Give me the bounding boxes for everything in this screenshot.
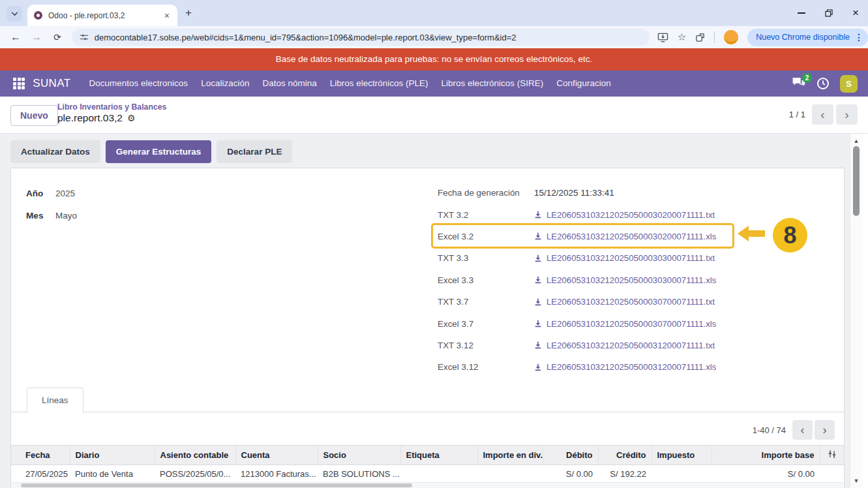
nav-menu-item[interactable]: Configuracion: [550, 70, 617, 97]
file-label: TXT 3.3: [438, 253, 534, 263]
column-header[interactable]: Asiento contable: [155, 446, 235, 465]
column-options-button[interactable]: [820, 446, 844, 465]
gear-icon[interactable]: ⚙: [127, 113, 136, 123]
control-panel: Nuevo Libro Inventarios y Balances ple.r…: [0, 97, 868, 134]
new-tab-button[interactable]: +: [185, 7, 192, 20]
breadcrumb-parent[interactable]: Libro Inventarios y Balances: [57, 102, 166, 112]
extensions-icon[interactable]: [695, 33, 705, 42]
profile-avatar[interactable]: [724, 30, 738, 44]
file-download-link[interactable]: LE2060531032120250500030300071111.xls: [534, 275, 716, 285]
address-bar[interactable]: democontable17.solse.pe/web#cids=1&menu_…: [72, 29, 650, 46]
new-record-button[interactable]: Nuevo: [10, 105, 58, 126]
generation-fields: Fecha de generación 15/12/2025 11:33:41 …: [431, 182, 743, 378]
breadcrumb: Libro Inventarios y Balances ple.report.…: [57, 102, 166, 124]
tab-search-button[interactable]: [7, 6, 22, 22]
horizontal-scrollbar[interactable]: [12, 483, 843, 488]
column-header[interactable]: Crédito: [598, 446, 651, 465]
column-header[interactable]: Débito: [543, 446, 598, 465]
pager-next-button[interactable]: ›: [836, 104, 858, 125]
bookmark-star-icon[interactable]: ☆: [678, 31, 686, 43]
column-header[interactable]: Importe en div...: [477, 446, 543, 465]
nav-menu-item[interactable]: Documentos electronicos: [83, 70, 195, 97]
browser-tab[interactable]: Odoo - ple.report.03,2 ×: [27, 5, 177, 26]
column-header[interactable]: Fecha: [11, 446, 70, 465]
nav-menu-item[interactable]: Libros electrónicos (SIRE): [435, 70, 550, 97]
browser-tabstrip: Odoo - ple.report.03,2 × + ×: [0, 0, 868, 26]
year-label: Año: [26, 189, 55, 198]
column-header[interactable]: Impuesto: [651, 446, 711, 465]
url-text: democontable17.solse.pe/web#cids=1&menu_…: [95, 33, 516, 42]
table-cell: S/ 0.00: [543, 465, 598, 483]
file-download-link[interactable]: LE2060531032120250500031200071111.txt: [534, 341, 715, 350]
file-name: LE2060531032120250500030700071111.txt: [546, 297, 715, 307]
column-header[interactable]: Cuenta: [235, 446, 318, 465]
year-value[interactable]: 2025: [55, 189, 75, 198]
activities-clock-icon[interactable]: [816, 77, 830, 90]
lines-next-button[interactable]: ›: [815, 420, 835, 440]
form-view: Actualizar Datos Generar Estructuras Dec…: [0, 134, 868, 488]
table-cell: B2B SOLUTIONS ...: [318, 465, 400, 483]
file-name: LE2060531032120250500030300071111.txt: [546, 253, 715, 263]
user-avatar[interactable]: S: [840, 75, 858, 93]
app-brand[interactable]: SUNAT: [33, 77, 70, 90]
column-header[interactable]: Importe base: [711, 446, 820, 465]
file-name: LE2060531032120250500030300071111.xls: [546, 275, 716, 285]
declarar-ple-button[interactable]: Declarar PLE: [217, 140, 292, 163]
adjust-columns-icon: [828, 450, 837, 459]
column-header[interactable]: Socio: [318, 446, 400, 465]
messages-button[interactable]: 2: [792, 77, 806, 91]
vertical-scrollbar-thumb[interactable]: [853, 146, 860, 216]
neutralized-db-banner: Base de datos neutralizada para pruebas:…: [0, 48, 868, 70]
lines-previous-button[interactable]: ‹: [792, 420, 813, 440]
install-icon[interactable]: [657, 33, 668, 42]
apps-grid-icon[interactable]: [13, 78, 25, 89]
file-download-link[interactable]: LE2060531032120250500030200071111.txt: [534, 210, 715, 220]
download-icon: [534, 254, 542, 262]
file-download-link[interactable]: LE2060531032120250500030700071111.txt: [534, 297, 715, 307]
minimize-icon[interactable]: [798, 12, 805, 14]
month-value[interactable]: Mayo: [55, 211, 77, 221]
reload-icon[interactable]: ⟳: [53, 32, 61, 42]
download-icon: [534, 341, 542, 349]
file-label: TXT 3.2: [438, 210, 534, 220]
file-row: Excel 3.3 LE2060531032120250500030300071…: [431, 269, 743, 291]
nav-menu-item[interactable]: Localización: [194, 70, 256, 97]
forward-icon[interactable]: →: [31, 31, 42, 43]
nav-menu-item[interactable]: Datos nómina: [256, 70, 323, 97]
scroll-down-icon[interactable]: ▼: [850, 478, 862, 484]
download-icon: [534, 363, 542, 371]
table-cell: [400, 465, 477, 483]
tab-close-icon[interactable]: ×: [163, 10, 171, 21]
site-settings-icon[interactable]: [80, 33, 89, 42]
odoo-favicon: [34, 11, 42, 20]
file-row: TXT 3.3 LE206053103212025050003030007111…: [431, 247, 743, 269]
column-header[interactable]: Diario: [70, 446, 155, 465]
pager-count: 1 / 1: [789, 110, 805, 119]
horizontal-scrollbar-thumb[interactable]: [21, 483, 412, 487]
tab-lineas[interactable]: Líneas: [27, 388, 83, 413]
file-download-link[interactable]: LE2060531032120250500030700071111.xls: [534, 319, 716, 329]
scroll-up-icon[interactable]: ▲: [850, 138, 862, 144]
nav-menu-item-label: Configuracion: [556, 78, 610, 88]
lines-table: FechaDiarioAsiento contableCuentaSocioEt…: [11, 445, 844, 483]
restore-icon[interactable]: [825, 9, 833, 17]
download-icon: [534, 320, 542, 328]
back-icon[interactable]: ←: [10, 31, 21, 43]
table-row[interactable]: 27/05/2025Punto de VentaPOSS/2025/05/0..…: [11, 465, 844, 483]
actualizar-datos-button[interactable]: Actualizar Datos: [10, 140, 100, 163]
chrome-update-button[interactable]: Nuevo Chrome disponible ⋮: [747, 29, 868, 46]
file-download-link[interactable]: LE2060531032120250500031200071111.xls: [534, 362, 716, 372]
generar-estructuras-button[interactable]: Generar Estructuras: [106, 140, 212, 163]
vertical-scrollbar[interactable]: ▲ ▼: [850, 134, 862, 488]
pager-previous-button[interactable]: ‹: [812, 104, 833, 125]
record-pager: 1 / 1 ‹ ›: [789, 104, 858, 125]
nav-menu-item[interactable]: Libros electrónicos (PLE): [323, 70, 435, 97]
table-cell: [477, 465, 543, 483]
close-icon[interactable]: ×: [852, 8, 859, 18]
lines-pager-count: 1-40 / 74: [753, 425, 786, 435]
column-header[interactable]: Etiqueta: [400, 446, 477, 465]
browser-menu-icon[interactable]: ⋮: [854, 32, 863, 42]
file-download-link[interactable]: LE2060531032120250500030300071111.txt: [534, 253, 715, 263]
messages-badge: 2: [802, 73, 812, 83]
generation-date-label: Fecha de generación: [438, 188, 534, 198]
